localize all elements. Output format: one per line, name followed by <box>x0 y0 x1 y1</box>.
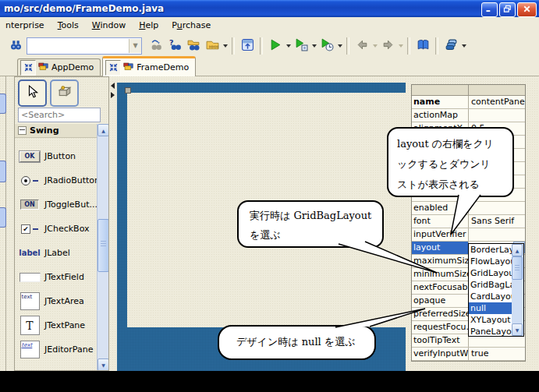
forward-icon <box>381 38 395 54</box>
choose-bean-button[interactable] <box>50 79 79 107</box>
property-name[interactable]: toolTipText <box>412 334 469 347</box>
property-name[interactable]: inputVerifier <box>412 228 469 241</box>
layers-button[interactable] <box>441 37 460 55</box>
tab-grid-icon[interactable] <box>20 60 36 76</box>
select-tool-button[interactable] <box>18 79 47 107</box>
menu-item-window[interactable]: Window <box>87 18 131 33</box>
property-value[interactable] <box>469 109 525 122</box>
selection-handle[interactable] <box>125 87 131 94</box>
property-row-actionmap: actionMap <box>412 109 525 122</box>
ide-window: mo/src/demo/FrameDemo.java nterpriseTool… <box>0 0 539 392</box>
design-frame-top-border[interactable] <box>117 83 406 93</box>
property-name[interactable]: maximumSize <box>412 255 469 267</box>
property-value[interactable] <box>469 228 525 241</box>
open-file-button[interactable]: MMM <box>203 37 222 55</box>
property-name[interactable]: layout <box>412 242 469 254</box>
find-again-icon <box>150 38 163 54</box>
debug-dropdown-icon[interactable] <box>310 37 317 55</box>
profile-icon <box>321 38 334 54</box>
collapse-icon[interactable] <box>18 126 27 135</box>
palette-item-jtextfield[interactable]: JTextField <box>15 265 97 289</box>
splitter-collapse-left-icon[interactable] <box>111 83 115 89</box>
tab-appdemo[interactable]: AppDemo <box>17 58 101 76</box>
tab-grid-icon[interactable] <box>105 60 121 76</box>
tab-label: FrameDemo <box>136 62 189 72</box>
property-name[interactable]: verifyInputW... <box>412 348 469 360</box>
profile-button[interactable] <box>317 37 336 55</box>
layout-option-xylayout[interactable]: XYLayout <box>469 314 513 326</box>
layers-dropdown-icon[interactable] <box>460 37 467 55</box>
layout-option-flowlayout[interactable]: FlowLayout <box>469 256 513 267</box>
palette-item-jbutton[interactable]: OKJButton <box>15 144 97 168</box>
palette-item-jradiobutton[interactable]: JRadioButton <box>15 168 97 192</box>
dropdown-scrollbar[interactable]: ▲ ▼ <box>512 244 523 336</box>
minimize-button[interactable] <box>481 2 498 17</box>
palette-scroll-thumb[interactable] <box>98 219 109 272</box>
scroll-up-icon[interactable]: ▲ <box>98 124 109 136</box>
property-row-verifyinputw: verifyInputW...true <box>412 348 525 361</box>
palette-scrollbar[interactable]: ▲ ▼ <box>97 124 109 371</box>
menu-item-help[interactable]: Help <box>133 18 164 33</box>
property-name[interactable]: preferredSize <box>412 308 469 320</box>
sync-editor-button[interactable] <box>238 37 257 55</box>
menu-item-purchase[interactable]: Purchase <box>166 18 216 33</box>
property-value[interactable]: Sans Serif <box>469 215 525 228</box>
property-name[interactable]: nextFocusab... <box>412 281 469 294</box>
property-name[interactable]: actionMap <box>412 109 469 122</box>
layout-option-borderlayout[interactable]: BorderLayout <box>469 244 513 256</box>
menu-item-nterprise[interactable]: nterprise <box>0 18 50 33</box>
profile-dropdown-icon[interactable] <box>336 37 343 55</box>
dropdown-scroll-thumb[interactable] <box>512 256 523 280</box>
chevron-down-icon[interactable]: ▼ <box>129 39 141 53</box>
layout-option-gridlayout[interactable]: GridLayout <box>469 267 513 279</box>
help-icon <box>417 38 430 54</box>
find-button[interactable] <box>6 37 25 55</box>
palette-group-header[interactable]: Swing <box>15 124 97 138</box>
palette-item-jcheckbox[interactable]: ✔JCheckBox <box>15 217 97 241</box>
layout-option-cardlayout[interactable]: CardLayout <box>469 291 513 302</box>
palette-item-label: JButton <box>44 151 76 161</box>
splitter-expand-right-icon[interactable] <box>111 92 115 98</box>
layout-option-panelayout[interactable]: PaneLayout <box>469 326 513 337</box>
property-name[interactable]: requestFocu... <box>412 321 469 334</box>
menu-item-tools[interactable]: Tools <box>52 18 84 33</box>
palette-item-jlabel[interactable]: labelJLabel <box>15 241 97 265</box>
debug-button[interactable] <box>292 37 310 55</box>
tab-framedemo[interactable]: FrameDemo <box>102 56 196 76</box>
property-name[interactable]: minimumSize <box>412 268 469 281</box>
help-button[interactable] <box>413 37 432 55</box>
back-dropdown-icon <box>371 37 378 55</box>
property-name[interactable]: font <box>412 215 469 228</box>
toolbar-separator <box>346 37 349 55</box>
property-name[interactable]: name <box>412 96 469 108</box>
palette-item-jtextarea[interactable]: textJTextArea <box>15 289 97 313</box>
palette-item-jtogglebutton[interactable]: ONJToggleBut... <box>15 192 97 217</box>
property-value[interactable] <box>469 202 525 214</box>
property-value[interactable]: contentPane <box>469 96 525 108</box>
toolbar-separator <box>232 37 235 55</box>
scroll-up-icon[interactable]: ▲ <box>512 244 523 256</box>
run-button[interactable] <box>266 37 285 55</box>
layout-option-null[interactable]: null <box>469 302 513 314</box>
find-again-button[interactable] <box>147 37 165 55</box>
toolbar-search-input[interactable] <box>27 39 129 53</box>
run-dropdown-icon[interactable] <box>285 37 292 55</box>
scroll-down-icon[interactable]: ▼ <box>512 323 523 336</box>
property-row-font: fontSans Serif <box>412 215 525 228</box>
palette-search-input[interactable] <box>18 108 101 122</box>
layout-option-gridbaglayout[interactable]: GridBagLayout <box>469 279 513 291</box>
open-file-dropdown-icon[interactable] <box>222 37 229 55</box>
maximize-button[interactable] <box>499 2 516 17</box>
property-name[interactable]: enabled <box>412 202 469 214</box>
property-name[interactable]: opaque <box>412 295 469 307</box>
palette-item-jtextpane[interactable]: TJTextPane <box>15 313 97 337</box>
close-button[interactable] <box>517 2 537 17</box>
callout-layout-dropdown: layout の右欄をクリックするとダウンリストが表示される <box>387 127 514 197</box>
scroll-down-icon[interactable]: ▼ <box>98 358 109 371</box>
find-in-path-button[interactable] <box>184 37 203 55</box>
palette-item-jeditorpane[interactable]: textJEditorPane <box>15 337 97 362</box>
callout-line: ストが表示される <box>397 175 512 195</box>
property-value[interactable]: true <box>469 348 525 360</box>
back-button <box>353 37 371 55</box>
find-help-button[interactable]: ? <box>165 37 184 55</box>
